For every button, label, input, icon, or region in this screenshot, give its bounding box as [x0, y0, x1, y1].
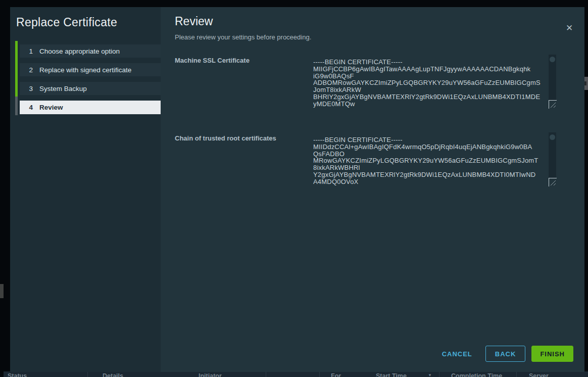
step-replace-with-signed-certificate[interactable]: 2 Replace with signed certificate	[20, 63, 161, 76]
sort-descending-icon: ▼	[428, 373, 432, 377]
step-choose-appropriate-option[interactable]: 1 Choose appropriate option	[20, 44, 161, 58]
machine-ssl-certificate-label: Machine SSL Certificate	[175, 57, 250, 64]
bg-column-completion-time: Completion Time	[451, 372, 502, 377]
back-button[interactable]: BACK	[485, 346, 526, 362]
active-step-indicator-bar	[15, 97, 18, 115]
replace-certificate-dialog: Replace Certificate 1 Choose appropriate…	[10, 7, 584, 372]
dialog-footer: CANCEL BACK FINISH	[435, 346, 573, 362]
certificate-text: -----BEGIN CERTIFICATE----- MIIDdzCCAl+g…	[313, 136, 547, 186]
page-title: Review	[175, 15, 213, 28]
finish-button[interactable]: FINISH	[531, 346, 573, 362]
step-label: Review	[39, 104, 63, 111]
step-number: 2	[20, 66, 33, 74]
bg-column-status: Status	[8, 372, 27, 377]
dialog-title: Replace Certificate	[16, 16, 117, 29]
wizard-sidebar: Replace Certificate 1 Choose appropriate…	[10, 7, 161, 372]
textarea-resize-handle-icon[interactable]	[549, 100, 557, 109]
background-panel-fragment	[584, 77, 588, 90]
textarea-resize-handle-icon[interactable]	[549, 178, 557, 186]
step-system-backup[interactable]: 3 System Backup	[20, 82, 161, 95]
textarea-scrollbar[interactable]	[549, 55, 556, 100]
close-icon[interactable]: ✕	[563, 22, 575, 34]
step-number: 4	[20, 104, 33, 111]
step-label: Choose appropriate option	[39, 48, 120, 55]
trusted-root-chain-textarea[interactable]: -----BEGIN CERTIFICATE----- MIIDdzCCAl+g…	[313, 132, 557, 187]
certificate-text: -----BEGIN CERTIFICATE----- MIIGFjCCBP6g…	[313, 59, 547, 108]
column-divider	[319, 371, 320, 377]
step-number: 3	[20, 85, 33, 92]
step-label: System Backup	[39, 85, 87, 92]
column-divider	[87, 371, 88, 377]
column-divider	[516, 371, 517, 377]
bg-column-details: Details	[103, 372, 123, 377]
trusted-root-chain-label: Chain of trusted root certificates	[175, 134, 276, 142]
screen: Status Details Initiator For Start Time …	[0, 0, 588, 377]
background-panel-fragment	[0, 284, 4, 298]
scrollbar-thumb[interactable]	[550, 134, 555, 140]
step-number: 1	[20, 48, 33, 55]
scrollbar-thumb[interactable]	[550, 57, 555, 62]
recent-tasks-header-strip: Status Details Initiator For Start Time …	[4, 371, 588, 377]
bg-column-start-time: Start Time	[376, 372, 407, 377]
step-label: Replace with signed certificate	[39, 66, 131, 74]
step-review[interactable]: 4 Review	[20, 101, 161, 114]
column-divider	[266, 371, 266, 377]
bg-column-for: For	[331, 372, 341, 377]
textarea-scrollbar[interactable]	[549, 132, 556, 178]
wizard-content-pane: ✕ Review Please review your settings bef…	[161, 7, 584, 372]
column-divider	[439, 371, 439, 377]
bg-column-server: Server	[529, 372, 549, 377]
bg-column-initiator: Initiator	[199, 372, 222, 377]
completed-steps-indicator-bar	[15, 41, 18, 97]
cancel-button[interactable]: CANCEL	[435, 346, 479, 362]
machine-ssl-certificate-textarea[interactable]: -----BEGIN CERTIFICATE----- MIIGFjCCBP6g…	[313, 55, 557, 109]
page-subtitle: Please review your settings before proce…	[175, 33, 311, 41]
